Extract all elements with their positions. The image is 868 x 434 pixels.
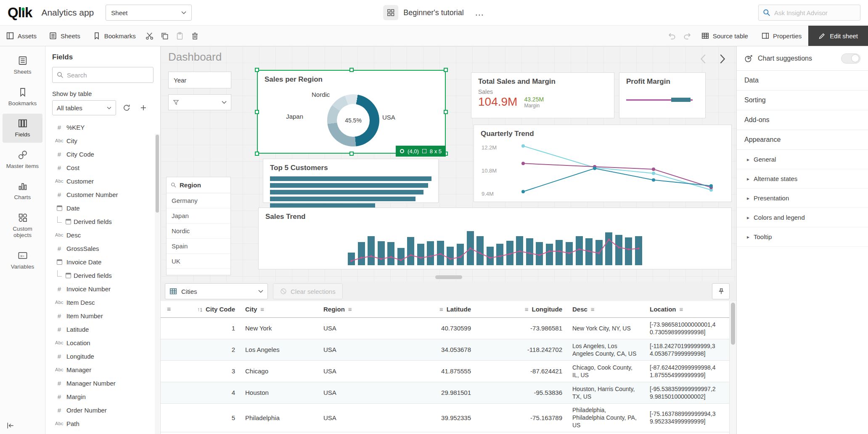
field-item[interactable]: AbcItem Desc [45, 296, 160, 309]
cell-longitude[interactable]: -118.242702 [476, 343, 567, 357]
resize-handle[interactable] [255, 110, 259, 114]
properties-button[interactable]: Properties [755, 26, 808, 46]
sidebar-item-fields[interactable]: Fields [3, 114, 42, 143]
chart-suggestions-toggle[interactable] [841, 53, 860, 64]
fields-search-input[interactable] [67, 72, 149, 79]
scrollbar-thumb[interactable] [156, 135, 159, 213]
field-item[interactable]: AbcProduct Group [45, 430, 160, 434]
all-tables-dropdown[interactable]: All tables [52, 100, 116, 115]
region-filter-value[interactable]: Nordic [167, 224, 230, 239]
region-filter-value[interactable]: UK [167, 254, 230, 269]
column-header-desc[interactable]: Desc≡ [567, 301, 645, 317]
chart-top-5-customers[interactable]: Top 5 Customers [263, 159, 439, 203]
cell-desc[interactable]: Philadelphia, Philadelphia County, PA, U… [567, 404, 645, 432]
region-filter-value[interactable]: Spain [167, 239, 230, 254]
field-item[interactable]: Derived fields [45, 215, 160, 228]
field-item[interactable]: #Latitude [45, 322, 160, 336]
resize-handle[interactable] [349, 152, 354, 156]
field-item[interactable]: #Cost [45, 161, 160, 174]
cell-latitude[interactable]: 39.952335 [400, 411, 476, 425]
subsection-tooltip[interactable]: ▸Tooltip [737, 227, 868, 247]
field-item[interactable]: #Margin [45, 390, 160, 403]
cell-city[interactable]: Chicago [240, 365, 318, 378]
cell-desc[interactable]: Los Angeles, Los Angeles County, CA, US [567, 340, 645, 360]
chart-sales-trend[interactable]: Sales Trend [258, 208, 732, 269]
field-item[interactable]: Invoice Date [45, 255, 160, 269]
region-filter-pane[interactable]: Region GermanyJapanNordicSpainUK [166, 177, 231, 275]
cell-latitude[interactable]: 29.981501 [400, 386, 476, 399]
cell-longitude[interactable]: -87.624421 [476, 365, 567, 378]
cell-location[interactable]: [-87.624420999999998,41.875554999999999] [645, 361, 725, 381]
edit-sheet-button[interactable]: Edit sheet [808, 26, 868, 46]
column-header-latitude[interactable]: ≡Latitude [400, 301, 476, 317]
resize-handle[interactable] [349, 68, 354, 72]
cell-region[interactable]: USA [318, 411, 400, 425]
column-menu-icon[interactable]: ≡ [348, 306, 352, 313]
column-header-longitude[interactable]: ≡Longitude [476, 301, 567, 317]
resize-handle[interactable] [444, 68, 448, 72]
kpi-total-sales-margin[interactable]: Total Sales and Margin Sales 104.9M 43.2… [471, 72, 614, 118]
next-sheet-button[interactable] [720, 54, 725, 64]
table-row[interactable]: 1New YorkUSA40.730599-73.986581New York … [161, 318, 736, 339]
field-item[interactable]: #Order Number [45, 403, 160, 417]
section-appearance[interactable]: Appearance [737, 130, 868, 150]
column-menu-icon[interactable]: ≡ [591, 306, 595, 313]
field-item[interactable]: #Longitude [45, 349, 160, 363]
cell-city-code[interactable]: 4 [177, 386, 240, 399]
resize-handle[interactable] [255, 152, 259, 156]
sheet-selector-dropdown[interactable]: Sheet [106, 5, 192, 21]
table-row[interactable]: 4HoustonUSA29.981501-95.53836Houston, Ha… [161, 382, 736, 404]
subsection-colors-and-legend[interactable]: ▸Colors and legend [737, 208, 868, 227]
sidebar-item-variables[interactable]: x= Variables [3, 246, 42, 275]
section-data[interactable]: Data [737, 71, 868, 91]
cell-region[interactable]: USA [318, 386, 400, 399]
chart-profit-margin[interactable]: Profit Margin [619, 72, 706, 118]
sidebar-item-bookmarks[interactable]: Bookmarks [3, 83, 42, 112]
delete-button[interactable] [188, 26, 203, 46]
resize-handle[interactable] [444, 110, 448, 114]
more-menu-button[interactable]: … [475, 7, 485, 18]
cell-longitude[interactable]: -73.986581 [476, 322, 567, 335]
column-menu-icon[interactable]: ≡ [260, 306, 264, 313]
cell-region[interactable]: USA [318, 343, 400, 357]
undo-button[interactable] [664, 26, 680, 46]
table-row[interactable]: 3ChicagoUSA41.875555-87.624421Chicago, C… [161, 361, 736, 382]
chart-quarterly-trend[interactable]: Quarterly Trend 12.2M 10.8M 9.4M [474, 125, 732, 202]
field-item[interactable]: #City Code [45, 147, 160, 161]
cell-location[interactable]: [-75.163788999999994,39.952334999999999] [645, 407, 725, 428]
sidebar-item-charts[interactable]: Charts [3, 176, 42, 205]
cell-desc[interactable]: New York City, NY, US [567, 322, 645, 335]
source-table-button[interactable]: Source table [695, 26, 755, 46]
filter-dropdown[interactable] [168, 94, 231, 110]
cell-city[interactable]: Los Angeles [240, 343, 318, 357]
cell-region[interactable]: USA [318, 365, 400, 378]
cut-button[interactable] [142, 26, 157, 46]
chart-sales-per-region[interactable]: Sales per Region 45.5% Nordic Japan USA … [257, 70, 446, 154]
table-scrollbar[interactable] [729, 301, 736, 434]
subsection-presentation[interactable]: ▸Presentation [737, 189, 868, 208]
previous-sheet-button[interactable] [700, 54, 706, 64]
app-thumbnail-icon[interactable] [383, 5, 398, 20]
cell-location[interactable]: [-118.24270199999999,34.053677999999998] [645, 340, 725, 360]
field-preview-button[interactable] [120, 101, 133, 114]
field-item[interactable]: #%KEY [45, 120, 160, 134]
cell-city[interactable]: Houston [240, 386, 318, 399]
column-menu-icon[interactable]: ≡ [680, 306, 683, 313]
table-row[interactable]: 5PhiladelphiaUSA39.952335-75.163789Phila… [161, 404, 736, 432]
cell-desc[interactable]: Houston, Harris County, TX, US [567, 383, 645, 403]
donut-chart[interactable]: 45.5% [327, 94, 379, 146]
insight-advisor-input[interactable] [774, 9, 856, 16]
section-add-ons[interactable]: Add-ons [737, 110, 868, 130]
field-item[interactable]: #Manager Number [45, 376, 160, 390]
cell-region[interactable]: USA [318, 322, 400, 335]
resize-handle[interactable] [255, 68, 259, 72]
cell-city-code[interactable]: 3 [177, 365, 240, 378]
fields-search[interactable] [52, 67, 153, 83]
year-filter[interactable]: Year [168, 72, 231, 88]
cell-desc[interactable]: Chicago, Cook County, IL, US [567, 361, 645, 381]
sidebar-item-master-items[interactable]: Master items [3, 145, 42, 174]
splitter-handle[interactable] [435, 275, 462, 279]
region-filter-value[interactable]: Germany [167, 193, 230, 208]
subsection-alternate-states[interactable]: ▸Alternate states [737, 169, 868, 189]
field-item[interactable]: AbcDesc [45, 228, 160, 242]
